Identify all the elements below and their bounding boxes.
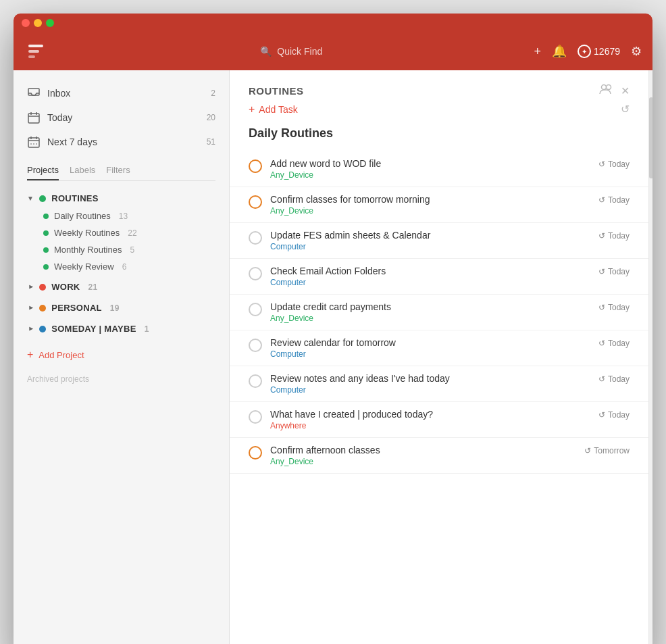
scrollbar-track[interactable] (648, 70, 652, 644)
task-tag-4: Any_Device (270, 314, 590, 323)
sidebar-item-weekly-routines[interactable]: Weekly Routines 22 (14, 224, 229, 241)
scrollbar-thumb[interactable] (649, 97, 652, 178)
work-count: 21 (88, 282, 98, 292)
maximize-button[interactable] (46, 19, 54, 27)
main-panel: ROUTINES ✕ + Add Task (230, 70, 648, 644)
daily-label: Daily Routines (54, 211, 111, 221)
daily-dot (43, 214, 49, 219)
task-checkbox-3[interactable] (249, 267, 262, 280)
work-dot (39, 284, 46, 291)
expand-arrow-personal: ▼ (27, 304, 34, 311)
app-logo (24, 39, 49, 64)
routines-dot (39, 195, 46, 202)
task-checkbox-4[interactable] (249, 303, 262, 316)
project-work: ▼ WORK 21 (14, 278, 229, 296)
add-task-button[interactable]: + Add Task (249, 103, 298, 116)
svg-rect-8 (28, 138, 39, 147)
inbox-label: Inbox (47, 88, 204, 99)
sidebar-section: Projects Labels Filters (14, 165, 229, 189)
table-row: What have I created | produced today? An… (230, 402, 648, 438)
search-box[interactable]: 🔍 Quick Find (260, 46, 322, 57)
task-due-2: ↺ Today (598, 231, 630, 241)
weekly-label: Weekly Routines (54, 228, 120, 238)
minimize-button[interactable] (34, 19, 42, 27)
notifications-icon[interactable]: 🔔 (552, 44, 567, 59)
project-someday-header[interactable]: ▼ SOMEDAY | MAYBE 1 (14, 320, 229, 338)
task-checkbox-8[interactable] (249, 446, 262, 460)
close-panel-button[interactable]: ✕ (621, 84, 630, 97)
sidebar: Inbox 2 Today 20 (14, 70, 230, 644)
sidebar-item-today[interactable]: Today 20 (14, 105, 229, 130)
task-body-7: What have I created | produced today? An… (270, 409, 590, 430)
work-label: WORK (51, 282, 80, 292)
table-row: Add new word to WOD file Any_Device ↺ To… (230, 151, 648, 187)
project-work-header[interactable]: ▼ WORK 21 (14, 278, 229, 296)
add-project-label: Add Project (39, 350, 84, 360)
due-label-6: Today (608, 374, 630, 384)
recur-icon-2: ↺ (598, 231, 605, 241)
close-button[interactable] (22, 19, 30, 27)
main-content: Inbox 2 Today 20 (14, 70, 652, 644)
table-row: Update credit card payments Any_Device ↺… (230, 295, 648, 330)
task-checkbox-6[interactable] (249, 374, 262, 388)
task-checkbox-2[interactable] (249, 231, 262, 245)
task-checkbox-5[interactable] (249, 339, 262, 352)
someday-label: SOMEDAY | MAYBE (51, 324, 136, 334)
task-checkbox-1[interactable] (249, 195, 262, 209)
monthly-label: Monthly Routines (54, 245, 122, 255)
due-label-5: Today (608, 339, 630, 348)
sidebar-item-inbox[interactable]: Inbox 2 (14, 81, 229, 105)
project-personal: ▼ PERSONAL 19 (14, 299, 229, 317)
karma-score: ✦ 12679 (578, 45, 620, 58)
task-name-0: Add new word to WOD file (270, 158, 590, 169)
task-tag-1: Any_Device (270, 206, 590, 216)
monthly-count: 5 (130, 245, 134, 255)
table-row: Review calendar for tomorrow Computer ↺ … (230, 330, 648, 366)
someday-dot (39, 326, 46, 332)
add-project-button[interactable]: + Add Project (14, 343, 229, 366)
history-button[interactable]: ↺ (621, 103, 630, 116)
team-button[interactable] (599, 84, 613, 97)
svg-point-13 (602, 85, 607, 90)
task-name-6: Review notes and any ideas I've had toda… (270, 373, 590, 384)
sidebar-item-monthly-routines[interactable]: Monthly Routines 5 (14, 241, 229, 258)
sidebar-item-weekly-review[interactable]: Weekly Review 6 (14, 258, 229, 275)
task-checkbox-7[interactable] (249, 410, 262, 424)
panel-header: ROUTINES ✕ (230, 70, 648, 103)
task-body-3: Check Email Action Folders Computer (270, 266, 590, 287)
add-task-icon[interactable]: + (534, 45, 542, 59)
tab-labels[interactable]: Labels (70, 165, 95, 180)
search-area: 🔍 Quick Find (57, 46, 526, 57)
settings-icon[interactable]: ⚙ (631, 44, 642, 59)
svg-rect-3 (28, 89, 39, 95)
project-personal-header[interactable]: ▼ PERSONAL 19 (14, 299, 229, 317)
archived-label: Archived projects (14, 366, 229, 387)
tab-filters[interactable]: Filters (106, 165, 130, 180)
svg-rect-2 (28, 55, 35, 58)
task-name-1: Confirm classes for tomorrow morning (270, 194, 590, 205)
task-checkbox-0[interactable] (249, 159, 262, 173)
tab-projects[interactable]: Projects (27, 165, 59, 180)
recur-icon-0: ↺ (598, 159, 605, 169)
task-due-6: ↺ Today (598, 374, 630, 384)
routines-label: ROUTINES (51, 193, 99, 203)
project-routines-header[interactable]: ▼ ROUTINES (14, 189, 229, 207)
svg-rect-4 (28, 114, 39, 123)
task-due-7: ↺ Today (598, 410, 630, 420)
task-body-0: Add new word to WOD file Any_Device (270, 158, 590, 180)
project-someday: ▼ SOMEDAY | MAYBE 1 (14, 320, 229, 338)
today-icon (27, 111, 41, 124)
add-task-label: Add Task (259, 104, 297, 115)
add-task-plus: + (249, 103, 255, 116)
daily-count: 13 (119, 212, 128, 221)
sidebar-item-daily-routines[interactable]: Daily Routines 13 (14, 207, 229, 224)
task-name-7: What have I created | produced today? (270, 409, 590, 420)
task-name-5: Review calendar for tomorrow (270, 337, 590, 348)
task-body-2: Update FES admin sheets & Calendar Compu… (270, 230, 590, 251)
task-tag-8: Any_Device (270, 457, 576, 466)
review-count: 6 (122, 262, 127, 272)
panel-actions: ✕ (599, 84, 630, 97)
personal-count: 19 (110, 303, 120, 313)
sidebar-item-next7[interactable]: Next 7 days 51 (14, 130, 229, 154)
inbox-count: 2 (211, 89, 215, 98)
